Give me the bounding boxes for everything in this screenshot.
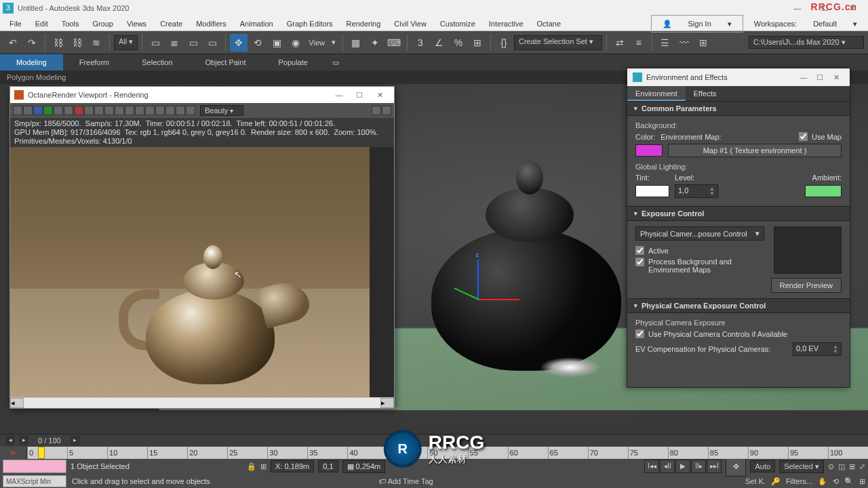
prev-frame-button[interactable]: ◂II <box>660 460 675 473</box>
selection-filter[interactable]: All ▾ <box>114 35 138 50</box>
octane-tool-r2[interactable] <box>382 106 391 115</box>
process-background-checkbox[interactable]: Process Background and Environment Maps <box>635 258 774 274</box>
render-preview-button[interactable]: Render Preview <box>771 278 842 293</box>
tint-swatch[interactable] <box>635 185 669 197</box>
octane-pass-dropdown[interactable]: Beauty ▾ <box>200 105 243 116</box>
coord-y[interactable]: 0,1 <box>318 460 338 472</box>
selected-mode-dropdown[interactable]: Selected ▾ <box>779 460 824 473</box>
octane-tool-10[interactable] <box>104 106 114 115</box>
menu-tools[interactable]: Tools <box>55 16 86 31</box>
minimize-button[interactable]: — <box>784 1 811 16</box>
pivot-button[interactable]: ▦ <box>347 34 365 52</box>
rotate-button[interactable]: ⟲ <box>249 34 267 52</box>
align-button[interactable]: ≡ <box>630 34 648 52</box>
menu-edit[interactable]: Edit <box>28 16 55 31</box>
window-crossing-button[interactable]: ▭ <box>203 34 221 52</box>
redo-button[interactable]: ↷ <box>23 34 41 52</box>
viewport-nav-7[interactable]: 🔍 <box>844 477 854 486</box>
menu-create[interactable]: Create <box>153 16 189 31</box>
env-panel-minimize[interactable]: — <box>795 73 812 81</box>
octane-tool-18[interactable] <box>186 106 195 115</box>
workspaces-selector[interactable]: Workspaces:Default▾ <box>747 16 864 31</box>
tab-effects[interactable]: Effects <box>686 86 724 101</box>
octane-tool-8[interactable] <box>84 106 94 115</box>
track-next-button[interactable]: ▸ <box>19 436 28 445</box>
octane-tool-1[interactable] <box>13 106 22 115</box>
ev-spinner[interactable]: 0,0 EV▲▼ <box>793 342 842 356</box>
rollout-common-parameters[interactable]: Common Parameters <box>627 101 850 116</box>
octane-scrollbar-h[interactable]: ◂▸ <box>10 397 394 408</box>
octane-tool-11[interactable] <box>115 106 124 115</box>
ribbon-tab-populate[interactable]: Populate <box>262 54 323 70</box>
placement-button[interactable]: ◉ <box>287 34 304 52</box>
maxscript-mini-listener[interactable]: MAXScript Min <box>3 475 66 487</box>
env-panel-close[interactable]: ✕ <box>828 73 844 82</box>
coord-sys-icon[interactable]: ⊞ <box>260 462 267 471</box>
rect-select-button[interactable]: ▭ <box>184 34 202 52</box>
octane-close-button[interactable]: ✕ <box>370 91 390 100</box>
env-panel-titlebar[interactable]: Environment and Effects — ☐ ✕ <box>627 68 850 86</box>
goto-end-button[interactable]: ▸▸I <box>707 460 722 473</box>
menu-customize[interactable]: Customize <box>433 16 482 31</box>
scale-button[interactable]: ▣ <box>268 34 285 52</box>
lock-icon[interactable]: 🔒 <box>247 462 256 471</box>
edit-selection-set-button[interactable]: {} <box>495 34 513 52</box>
timeline-toggle-icon[interactable]: ⊳ <box>0 447 27 459</box>
octane-tool-12[interactable] <box>125 106 134 115</box>
menu-rendering[interactable]: Rendering <box>340 16 388 31</box>
transform-gizmo[interactable]: z <box>452 287 506 341</box>
exposure-type-dropdown[interactable]: Physical Camer...posure Control▾ <box>635 226 764 241</box>
manipulate-button[interactable]: ✦ <box>366 34 384 52</box>
track-prev-button[interactable]: ◂ <box>5 436 15 445</box>
ribbon-tab-selection[interactable]: Selection <box>125 54 189 70</box>
ambient-swatch[interactable] <box>805 185 842 197</box>
viewport-nav-6[interactable]: ⟲ <box>833 477 839 486</box>
level-spinner[interactable]: 1,0▲▼ <box>675 184 718 198</box>
timeline-playhead[interactable] <box>38 447 45 459</box>
menu-interactive[interactable]: Interactive <box>482 16 530 31</box>
octane-stop-button[interactable] <box>74 106 83 115</box>
environment-map-button[interactable]: Map #1 ( Texture environment ) <box>668 144 842 157</box>
signin-dropdown[interactable]: 👤Sign In▾ <box>651 15 743 33</box>
menu-views[interactable]: Views <box>120 16 153 31</box>
menu-civil-view[interactable]: Civil View <box>387 16 433 31</box>
viewport-nav-2[interactable]: ◫ <box>838 462 845 471</box>
viewport-nav-1[interactable]: ⊙ <box>828 462 834 471</box>
octane-tool-15[interactable] <box>155 106 165 115</box>
octane-tool-r1[interactable] <box>372 106 381 115</box>
schematic-view-button[interactable]: ⊞ <box>694 34 712 52</box>
track-next-key-button[interactable]: ▸ <box>71 436 80 445</box>
octane-tool-13[interactable] <box>135 106 144 115</box>
select-button[interactable]: ▭ <box>146 34 164 52</box>
octane-tool-16[interactable] <box>165 106 175 115</box>
spinner-snap-button[interactable]: ⊞ <box>469 34 486 52</box>
octane-tool-3[interactable] <box>33 106 43 115</box>
bind-button[interactable]: ≋ <box>87 34 105 52</box>
background-color-swatch[interactable] <box>635 144 663 157</box>
coord-x[interactable]: X: 0,189m <box>271 460 314 472</box>
mirror-button[interactable]: ⇄ <box>611 34 629 52</box>
angle-snap-button[interactable]: ∠ <box>431 34 448 52</box>
selection-set-dropdown[interactable]: Create Selection Set ▾ <box>514 35 602 50</box>
viewport-nav-3[interactable]: ⊞ <box>849 462 855 471</box>
ribbon-tab-modeling[interactable]: Modeling <box>0 54 63 70</box>
tab-environment[interactable]: Environment <box>627 86 686 101</box>
percent-snap-button[interactable]: % <box>450 34 467 52</box>
octane-tool-9[interactable] <box>94 106 104 115</box>
menu-animation[interactable]: Animation <box>233 16 280 31</box>
octane-titlebar[interactable]: OctaneRender Viewport - Rendering — ☐ ✕ <box>10 87 394 103</box>
viewport-nav-4[interactable]: ⤢ <box>859 462 865 471</box>
menu-file[interactable]: File <box>3 16 28 31</box>
menu-graph-editors[interactable]: Graph Editors <box>280 16 340 31</box>
auto-key-button[interactable]: Auto <box>750 460 775 472</box>
rollout-physical-camera[interactable]: Physical Camera Exposure Control <box>627 298 850 313</box>
snap-toggle-button[interactable]: 3 <box>412 34 429 52</box>
viewport-nav-5[interactable]: ✋ <box>818 477 827 486</box>
use-physical-controls-checkbox[interactable]: Use Physical Camera Controls if Availabl… <box>635 329 842 338</box>
octane-tool-17[interactable] <box>176 106 185 115</box>
rollout-exposure-control[interactable]: Exposure Control <box>627 206 850 221</box>
menu-group[interactable]: Group <box>85 16 120 31</box>
octane-render-view[interactable]: ↖ <box>10 147 394 397</box>
select-name-button[interactable]: ≣ <box>165 34 183 52</box>
goto-start-button[interactable]: I◂◂ <box>644 460 659 473</box>
